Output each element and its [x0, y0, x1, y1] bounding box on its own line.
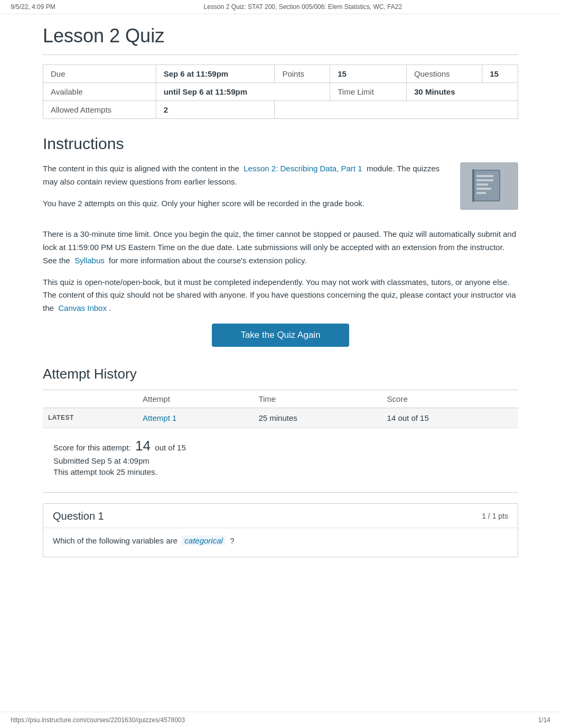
score-submitted: Submitted Sep 5 at 4:09pm — [53, 456, 518, 465]
para4-suffix: . — [109, 303, 111, 312]
table-row: LATEST Attempt 1 25 minutes 14 out of 15 — [43, 408, 518, 428]
canvas-inbox-link[interactable]: Canvas Inbox — [58, 303, 107, 312]
para4-prefix: This quiz is open-note/open-book, but it… — [43, 278, 516, 313]
quiz-thumbnail — [460, 162, 518, 210]
attempt-time: 25 minutes — [253, 408, 381, 428]
question-1-block: Question 1 1 / 1 pts Which of the follow… — [43, 503, 518, 557]
latest-label: LATEST — [43, 408, 137, 428]
due-value: Sep 6 at 11:59pm — [156, 65, 275, 83]
points-value: 15 — [330, 65, 407, 83]
questions-label: Questions — [407, 65, 482, 83]
question-1-title: Question 1 — [53, 510, 104, 522]
instructions-para-1: The content in this quiz is aligned with… — [43, 162, 447, 189]
allowed-attempts-value: 2 — [156, 101, 275, 119]
th-attempt: Attempt — [137, 390, 253, 408]
instructions-para-4: This quiz is open-note/open-book, but it… — [43, 276, 518, 315]
available-label: Available — [43, 83, 156, 101]
question-1-body-suffix: ? — [230, 536, 234, 545]
attempt-table: Attempt Time Score LATEST Attempt 1 25 m… — [43, 390, 518, 428]
attempt-link-cell: Attempt 1 — [137, 408, 253, 428]
attempt-history-title: Attempt History — [43, 366, 518, 382]
th-empty — [43, 390, 137, 408]
score-detail: Score for this attempt: 14 out of 15 Sub… — [43, 428, 518, 482]
browser-timestamp: 9/5/22, 4:09 PM — [11, 3, 55, 11]
instructions-text-1: The content in this quiz is aligned with… — [43, 162, 447, 218]
allowed-attempts-label: Allowed Attempts — [43, 101, 156, 119]
syllabus-link[interactable]: Syllabus — [74, 256, 105, 265]
score-label: Score for this attempt: — [53, 443, 131, 452]
time-limit-label: Time Limit — [330, 83, 407, 101]
question-1-header: Question 1 1 / 1 pts — [43, 504, 518, 528]
take-quiz-button[interactable]: Take the Quiz Again — [212, 324, 349, 347]
attempt-1-link[interactable]: Attempt 1 — [143, 413, 176, 422]
para3-suffix: for more information about the course's … — [109, 256, 306, 265]
question-1-pts: 1 / 1 pts — [482, 512, 508, 520]
instructions-title: Instructions — [43, 135, 518, 153]
instructions-para-2: You have 2 attempts on this quiz. Only y… — [43, 197, 447, 210]
para1-prefix: The content in this quiz is aligned with… — [43, 164, 239, 173]
quiz-title: Lesson 2 Quiz — [43, 14, 518, 55]
score-number: 14 — [135, 438, 151, 454]
question-1-body: Which of the following variables are cat… — [43, 528, 518, 557]
instructions-body: The content in this quiz is aligned with… — [43, 162, 518, 315]
questions-value: 15 — [482, 65, 518, 83]
lesson2-link[interactable]: Lesson 2: Describing Data, Part 1 — [244, 164, 362, 173]
quiz-meta-table: Due Sep 6 at 11:59pm Points 15 Questions… — [43, 64, 518, 119]
attempt-score: 14 out of 15 — [382, 408, 518, 428]
browser-bar: 9/5/22, 4:09 PM Lesson 2 Quiz: STAT 200,… — [0, 0, 561, 14]
th-score: Score — [382, 390, 518, 408]
th-time: Time — [253, 390, 381, 408]
browser-page-title: Lesson 2 Quiz: STAT 200, Section 005/006… — [204, 3, 403, 11]
score-took: This attempt took 25 minutes. — [53, 467, 518, 476]
instructions-para-3: There is a 30-minute time limit. Once yo… — [43, 228, 518, 267]
page-container: Lesson 2 Quiz Due Sep 6 at 11:59pm Point… — [27, 14, 534, 589]
available-value: until Sep 6 at 11:59pm — [156, 83, 330, 101]
svg-rect-6 — [472, 169, 474, 202]
svg-rect-2 — [476, 179, 493, 181]
svg-rect-1 — [476, 175, 493, 177]
points-label: Points — [275, 65, 330, 83]
svg-rect-4 — [476, 188, 491, 190]
instructions-row-1: The content in this quiz is aligned with… — [43, 162, 518, 218]
score-line: Score for this attempt: 14 out of 15 — [53, 438, 518, 454]
score-suffix: out of 15 — [155, 443, 185, 452]
svg-rect-5 — [476, 192, 486, 194]
question-1-body-prefix: Which of the following variables are — [53, 536, 177, 545]
svg-rect-3 — [476, 183, 488, 186]
question-1-highlight: categorical — [182, 536, 226, 546]
time-limit-value: 30 Minutes — [407, 83, 518, 101]
divider — [43, 492, 518, 493]
due-label: Due — [43, 65, 156, 83]
